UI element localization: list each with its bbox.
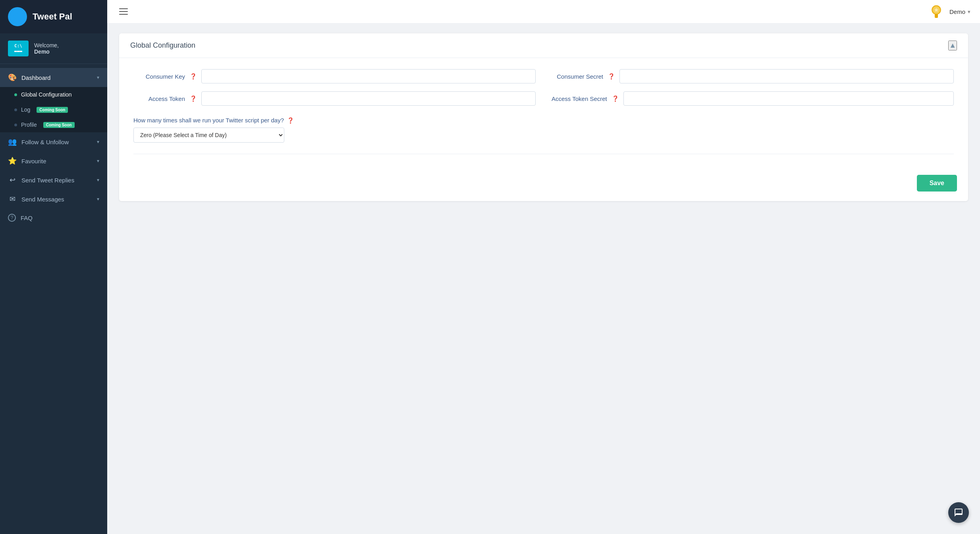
script-runs-help-icon[interactable]: ❓ bbox=[287, 117, 294, 124]
log-label: Log bbox=[21, 106, 30, 113]
save-button[interactable]: Save bbox=[917, 175, 957, 192]
follow-icon: 👥 bbox=[8, 137, 17, 146]
sidebar-item-log[interactable]: Log Coming Soon bbox=[0, 102, 107, 117]
access-token-help-icon[interactable]: ❓ bbox=[190, 95, 197, 102]
form-grid: Consumer Key ❓ Consumer Secret ❓ Access … bbox=[133, 69, 954, 106]
script-label-row: How many times shall we run your Twitter… bbox=[133, 117, 954, 124]
sidebar-item-profile[interactable]: Profile Coming Soon bbox=[0, 117, 107, 132]
access-token-input[interactable] bbox=[201, 91, 536, 106]
award-icon bbox=[929, 4, 944, 19]
chevron-fav-icon: ▾ bbox=[97, 158, 99, 164]
chevron-follow-icon: ▾ bbox=[97, 139, 99, 145]
send-messages-label: Send Messages bbox=[21, 196, 92, 203]
topbar-right: Demo ▾ bbox=[929, 4, 970, 19]
card-collapse-button[interactable]: ▲ bbox=[948, 41, 957, 50]
access-token-secret-row: Access Token Secret ❓ bbox=[552, 91, 954, 106]
sidebar-item-follow-unfollow[interactable]: 👥 Follow & Unfollow ▾ bbox=[0, 132, 107, 151]
consumer-key-row: Consumer Key ❓ bbox=[133, 69, 536, 83]
favourite-label: Favourite bbox=[21, 158, 92, 164]
card-divider bbox=[133, 154, 954, 154]
app-title: Tweet Pal bbox=[33, 12, 72, 22]
envelope-icon: ✉ bbox=[8, 195, 17, 203]
card-footer: Save bbox=[119, 175, 968, 201]
chevron-down-icon: ▾ bbox=[97, 75, 99, 80]
user-name-text: Demo bbox=[34, 48, 59, 55]
access-token-secret-input[interactable] bbox=[623, 91, 954, 106]
sidebar-item-dashboard[interactable]: 🎨 Dashboard ▾ bbox=[0, 68, 107, 87]
welcome-text: Welcome, bbox=[34, 42, 59, 48]
consumer-key-help-icon[interactable]: ❓ bbox=[190, 73, 197, 79]
script-runs-select[interactable]: Zero (Please Select a Time of Day) Once … bbox=[133, 128, 284, 143]
main-area: Demo ▾ Global Configuration ▲ Consumer K… bbox=[107, 0, 980, 534]
card-header: Global Configuration ▲ bbox=[119, 33, 968, 58]
consumer-secret-help-icon[interactable]: ❓ bbox=[608, 73, 615, 79]
consumer-secret-input[interactable] bbox=[619, 69, 954, 83]
dashboard-icon: 🎨 bbox=[8, 73, 17, 82]
log-badge: Coming Soon bbox=[37, 107, 68, 113]
topbar-user-label: Demo bbox=[949, 8, 965, 15]
chat-icon bbox=[954, 508, 963, 517]
reply-icon: ↩ bbox=[8, 176, 17, 184]
global-config-label: Global Configuration bbox=[21, 91, 72, 98]
card-title: Global Configuration bbox=[130, 41, 195, 50]
star-icon: ⭐ bbox=[8, 157, 17, 165]
consumer-key-input[interactable] bbox=[201, 69, 536, 83]
user-avatar: C:\▬▬▬ bbox=[8, 41, 29, 56]
access-token-row: Access Token ❓ bbox=[133, 91, 536, 106]
chevron-user-icon: ▾ bbox=[968, 9, 970, 15]
follow-label: Follow & Unfollow bbox=[21, 139, 92, 145]
access-token-label: Access Token bbox=[133, 95, 185, 102]
send-replies-label: Send Tweet Replies bbox=[21, 177, 92, 184]
global-config-card: Global Configuration ▲ Consumer Key ❓ Co… bbox=[119, 33, 968, 201]
hamburger-button[interactable] bbox=[117, 6, 130, 17]
profile-label: Profile bbox=[21, 122, 37, 128]
sidebar-item-send-tweet-replies[interactable]: ↩ Send Tweet Replies ▾ bbox=[0, 170, 107, 190]
sidebar-header: Tweet Pal bbox=[0, 0, 107, 33]
chevron-replies-icon: ▾ bbox=[97, 177, 99, 183]
chat-fab-button[interactable] bbox=[948, 502, 969, 523]
sidebar-item-send-messages[interactable]: ✉ Send Messages ▾ bbox=[0, 190, 107, 209]
sidebar: Tweet Pal C:\▬▬▬ Welcome, Demo 🎨 Dashboa… bbox=[0, 0, 107, 534]
chevron-messages-icon: ▾ bbox=[97, 196, 99, 202]
access-token-secret-label: Access Token Secret bbox=[552, 95, 607, 102]
sidebar-nav: 🎨 Dashboard ▾ Global Configuration Log C… bbox=[0, 64, 107, 534]
consumer-key-label: Consumer Key bbox=[133, 73, 185, 80]
sidebar-item-favourite[interactable]: ⭐ Favourite ▾ bbox=[0, 151, 107, 170]
consumer-secret-label: Consumer Secret bbox=[552, 73, 603, 80]
sidebar-item-global-config[interactable]: Global Configuration bbox=[0, 87, 107, 102]
faq-label: FAQ bbox=[21, 215, 99, 221]
topbar: Demo ▾ bbox=[107, 0, 980, 23]
hamburger-line-1 bbox=[119, 8, 128, 9]
dashboard-sub-nav: Global Configuration Log Coming Soon Pro… bbox=[0, 87, 107, 132]
sidebar-user: C:\▬▬▬ Welcome, Demo bbox=[0, 33, 107, 64]
user-welcome: Welcome, Demo bbox=[34, 42, 59, 55]
consumer-secret-row: Consumer Secret ❓ bbox=[552, 69, 954, 83]
hamburger-line-2 bbox=[119, 11, 128, 12]
profile-badge: Coming Soon bbox=[43, 122, 75, 128]
faq-icon: ? bbox=[8, 214, 16, 222]
user-menu-button[interactable]: Demo ▾ bbox=[949, 8, 970, 15]
svg-rect-3 bbox=[935, 14, 938, 18]
dashboard-label: Dashboard bbox=[21, 74, 92, 81]
script-runs-section: How many times shall we run your Twitter… bbox=[133, 117, 954, 143]
script-runs-label: How many times shall we run your Twitter… bbox=[133, 117, 284, 124]
twitter-logo-icon bbox=[8, 7, 27, 26]
card-body: Consumer Key ❓ Consumer Secret ❓ Access … bbox=[119, 58, 968, 175]
sidebar-item-faq[interactable]: ? FAQ bbox=[0, 209, 107, 227]
page-content: Global Configuration ▲ Consumer Key ❓ Co… bbox=[107, 23, 980, 534]
hamburger-line-3 bbox=[119, 14, 128, 15]
access-token-secret-help-icon[interactable]: ❓ bbox=[612, 95, 619, 102]
